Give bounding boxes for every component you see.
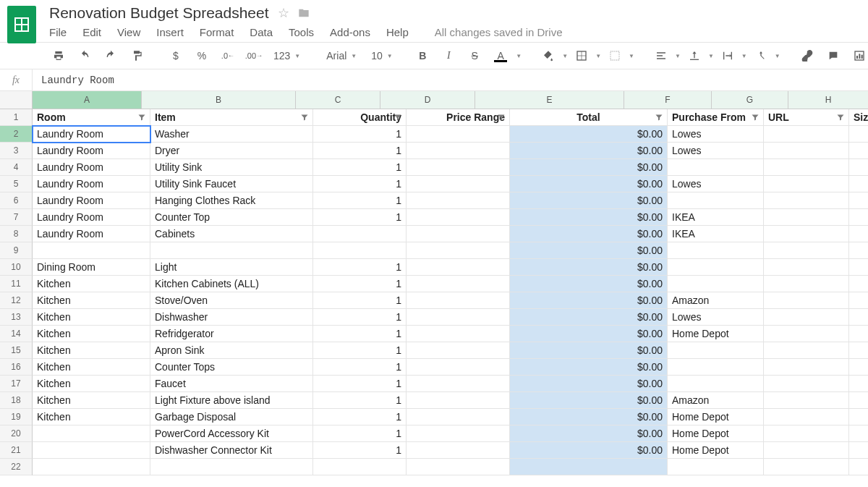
cell-E10[interactable]: $0.00 bbox=[510, 259, 668, 276]
row-header-20[interactable]: 20 bbox=[0, 425, 33, 442]
cell-F14[interactable]: Home Depot bbox=[668, 326, 764, 342]
row-header-14[interactable]: 14 bbox=[0, 326, 33, 342]
h-align-icon[interactable] bbox=[649, 46, 673, 65]
row-header-2[interactable]: 2 bbox=[0, 126, 33, 143]
cell-D3[interactable] bbox=[407, 143, 510, 159]
row-header-15[interactable]: 15 bbox=[0, 342, 33, 359]
menu-file[interactable]: File bbox=[49, 26, 67, 38]
cell-C9[interactable] bbox=[313, 242, 407, 259]
cell-A8[interactable]: Laundry Room bbox=[33, 226, 150, 242]
cell-F2[interactable]: Lowes bbox=[668, 126, 764, 143]
row-header-16[interactable]: 16 bbox=[0, 359, 33, 376]
format-percent[interactable]: % bbox=[190, 46, 214, 65]
cell-D17[interactable] bbox=[407, 376, 510, 392]
cell-D14[interactable] bbox=[407, 326, 510, 342]
cell-G22[interactable] bbox=[764, 459, 849, 475]
fill-color-icon[interactable] bbox=[536, 46, 561, 65]
text-wrap-icon[interactable] bbox=[715, 46, 740, 65]
cell-E2[interactable]: $0.00 bbox=[510, 126, 668, 143]
col-header-E[interactable]: E bbox=[475, 91, 624, 109]
col-header-A[interactable]: A bbox=[33, 91, 142, 109]
cell-F21[interactable]: Home Depot bbox=[668, 442, 764, 459]
cell-E16[interactable]: $0.00 bbox=[510, 359, 668, 376]
cell-H20[interactable] bbox=[849, 425, 868, 442]
text-color-dropdown[interactable]: ▼ bbox=[516, 53, 522, 59]
cell-E13[interactable]: $0.00 bbox=[510, 309, 668, 326]
cell-A15[interactable]: Kitchen bbox=[33, 342, 150, 359]
cell-G21[interactable] bbox=[764, 442, 849, 459]
cell-C3[interactable]: 1 bbox=[313, 143, 407, 159]
cell-F5[interactable]: Lowes bbox=[668, 176, 764, 192]
cell-D11[interactable] bbox=[407, 276, 510, 292]
row-header-3[interactable]: 3 bbox=[0, 143, 33, 159]
cell-F10[interactable] bbox=[668, 259, 764, 276]
cell-F20[interactable]: Home Depot bbox=[668, 425, 764, 442]
row-header-5[interactable]: 5 bbox=[0, 176, 33, 192]
more-formats[interactable]: 123▼ bbox=[268, 46, 306, 65]
cell-D8[interactable] bbox=[407, 226, 510, 242]
insert-link-icon[interactable] bbox=[795, 46, 820, 65]
cell-G12[interactable] bbox=[764, 292, 849, 309]
cell-F4[interactable] bbox=[668, 159, 764, 176]
cell-B12[interactable]: Stove/Oven bbox=[150, 292, 313, 309]
cell-B22[interactable] bbox=[150, 459, 313, 475]
cell-C4[interactable]: 1 bbox=[313, 159, 407, 176]
filter-toggle-icon[interactable] bbox=[750, 112, 760, 122]
cell-E9[interactable]: $0.00 bbox=[510, 242, 668, 259]
cell-D5[interactable] bbox=[407, 176, 510, 192]
cell-H16[interactable] bbox=[849, 359, 868, 376]
cell-C10[interactable]: 1 bbox=[313, 259, 407, 276]
cell-F11[interactable] bbox=[668, 276, 764, 292]
menu-format[interactable]: Format bbox=[200, 26, 234, 38]
cell-B2[interactable]: Washer bbox=[150, 126, 313, 143]
header-cell-G[interactable]: URL bbox=[764, 109, 849, 126]
cell-D7[interactable] bbox=[407, 209, 510, 226]
cell-B15[interactable]: Apron Sink bbox=[150, 342, 313, 359]
cell-C16[interactable]: 1 bbox=[313, 359, 407, 376]
bold-button[interactable]: B bbox=[410, 46, 435, 65]
cell-E20[interactable]: $0.00 bbox=[510, 425, 668, 442]
cell-D2[interactable] bbox=[407, 126, 510, 143]
cell-A22[interactable] bbox=[33, 459, 150, 475]
cell-F7[interactable]: IKEA bbox=[668, 209, 764, 226]
cell-G6[interactable] bbox=[764, 192, 849, 209]
cell-D19[interactable] bbox=[407, 409, 510, 425]
cell-H7[interactable] bbox=[849, 209, 868, 226]
insert-comment-icon[interactable] bbox=[821, 46, 846, 65]
row-header-21[interactable]: 21 bbox=[0, 442, 33, 459]
cell-A14[interactable]: Kitchen bbox=[33, 326, 150, 342]
cell-F18[interactable]: Amazon bbox=[668, 392, 764, 409]
cell-H17[interactable] bbox=[849, 376, 868, 392]
col-header-C[interactable]: C bbox=[296, 91, 380, 109]
cell-B10[interactable]: Light bbox=[150, 259, 313, 276]
row-header-1[interactable]: 1 bbox=[0, 109, 33, 126]
cell-B8[interactable]: Cabinets bbox=[150, 226, 313, 242]
menu-data[interactable]: Data bbox=[250, 26, 273, 38]
header-cell-F[interactable]: Purchase From bbox=[668, 109, 764, 126]
cell-H18[interactable] bbox=[849, 392, 868, 409]
header-cell-H[interactable]: Size bbox=[849, 109, 868, 126]
cell-E6[interactable]: $0.00 bbox=[510, 192, 668, 209]
cell-F9[interactable] bbox=[668, 242, 764, 259]
strike-button[interactable]: S bbox=[462, 46, 487, 65]
menu-edit[interactable]: Edit bbox=[82, 26, 101, 38]
cell-E21[interactable]: $0.00 bbox=[510, 442, 668, 459]
cell-A12[interactable]: Kitchen bbox=[33, 292, 150, 309]
redo-icon[interactable] bbox=[98, 46, 123, 65]
cell-G7[interactable] bbox=[764, 209, 849, 226]
cell-C21[interactable]: 1 bbox=[313, 442, 407, 459]
select-all-corner[interactable] bbox=[0, 91, 33, 109]
col-header-G[interactable]: G bbox=[712, 91, 788, 109]
cell-H2[interactable] bbox=[849, 126, 868, 143]
cell-E11[interactable]: $0.00 bbox=[510, 276, 668, 292]
cell-D10[interactable] bbox=[407, 259, 510, 276]
formula-input[interactable]: Laundry Room bbox=[33, 75, 114, 86]
merge-cells-icon[interactable] bbox=[603, 46, 627, 65]
cell-B19[interactable]: Garbage Disposal bbox=[150, 409, 313, 425]
cell-E18[interactable]: $0.00 bbox=[510, 392, 668, 409]
cell-A5[interactable]: Laundry Room bbox=[33, 176, 150, 192]
cell-F15[interactable] bbox=[668, 342, 764, 359]
cell-D21[interactable] bbox=[407, 442, 510, 459]
cell-G20[interactable] bbox=[764, 425, 849, 442]
header-cell-D[interactable]: Price Range bbox=[407, 109, 510, 126]
